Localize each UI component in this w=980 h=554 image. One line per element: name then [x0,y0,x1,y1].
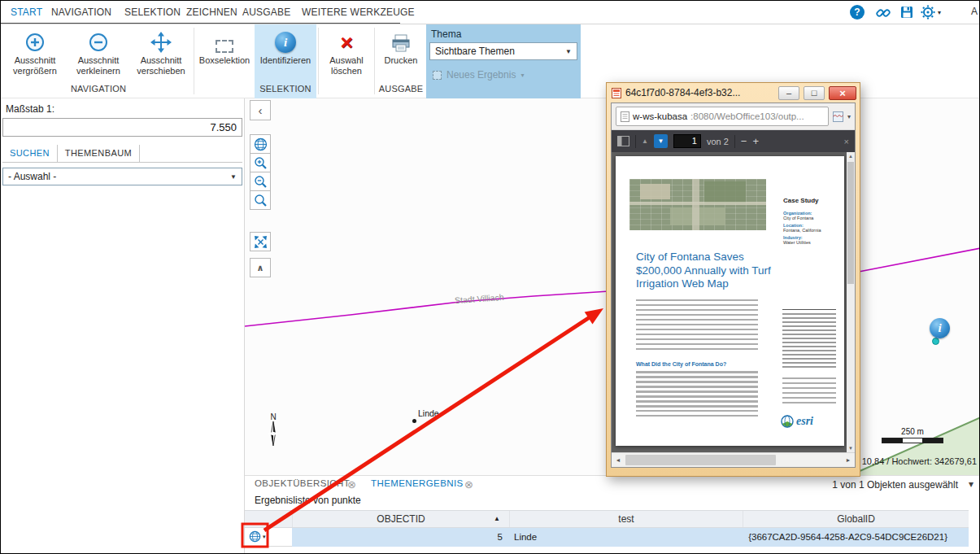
scroll-down-icon[interactable]: ▼ [847,446,855,451]
scroll-left-icon[interactable]: ◄ [612,457,625,463]
pdf-page-count: von 2 [707,137,729,146]
collapse-panel-button[interactable]: ‹ [250,100,271,120]
panel-collapse-icon[interactable]: ▾ [969,478,973,490]
horizontal-scroll-thumb[interactable] [625,455,776,465]
chevron-down-icon: ▾ [263,534,266,540]
case-study-title: City of Fontana Saves $200,000 Annually … [636,251,781,291]
tab-objektuebersicht[interactable]: OBJEKTÜBERSICHT [255,478,350,492]
minimize-button[interactable]: – [778,86,799,100]
horizontal-scroll-track[interactable] [625,453,842,467]
menu-tab-weitere-werkzeuge[interactable]: WEITERE WERKZEUGE [302,1,415,24]
vertical-scrollbar[interactable]: ▲ ▼ [847,152,855,452]
pdf-toolbar-close-icon[interactable]: × [844,137,849,146]
ribbon-separator [374,28,375,94]
pdf-next-page-button[interactable]: ▼ [654,134,668,148]
close-tab-icon[interactable]: ⊗ [464,478,473,491]
pdf-previous-page-button[interactable]: ▲ [642,137,648,145]
pdf-zoom-out-button[interactable]: − [741,135,747,147]
link-icon[interactable] [875,5,891,24]
column-header-test[interactable]: test [509,511,743,527]
pdf-page-input[interactable]: 1 [673,134,701,148]
identify-label: Identifizieren [255,55,316,66]
pdf-viewport: Case Study Organization: City of Fontana… [612,152,855,452]
zoom-in-extent-icon [4,26,66,55]
body-text-placeholder [636,371,758,418]
cell-globalid: {3667CA2D-9564-4258-A2C9-54DC9CE26D21} [743,528,969,547]
zoom-out-extent-button[interactable]: Ausschnitt verkleinern [68,26,129,83]
meta-value: Fontana, California [783,228,837,233]
tab-suchen[interactable]: SUCHEN [2,145,58,162]
map-full-extent-button[interactable] [250,232,271,251]
scroll-right-icon[interactable]: ► [842,457,855,463]
sidebar-toggle-icon[interactable] [617,136,629,146]
address-bar: w-ws-kubasa:8080/WebOffice103/outp... ▾ [612,103,855,130]
print-label: Drucken [377,55,425,66]
menu-tab-selektion[interactable]: SELEKTION [124,1,181,24]
popup-title-bar[interactable]: 64c1f7d0-8784-4ef3-b32... – □ × [607,83,860,103]
results-panel: OBJEKTÜBERSICHT ⊗ THEMENERGEBNIS ⊗ 1 von… [245,475,980,554]
box-selection-button[interactable]: Boxselektion [196,26,253,83]
address-host: w-ws-kubasa [633,111,687,121]
help-icon[interactable] [850,5,865,20]
vertical-scroll-thumb[interactable] [847,162,854,284]
box-selection-label: Boxselektion [196,55,253,66]
new-result-button[interactable]: Neues Ergebnis ▾ [433,69,524,81]
address-input[interactable]: w-ws-kubasa:8080/WebOffice103/outp... [616,107,829,126]
clear-selection-button[interactable]: × Auswahl löschen [320,26,373,83]
thema-panel: Thema Sichtbare Themen ▼ Neues Ergebnis … [426,24,581,98]
case-study-meta: Organization: City of Fontana Location: … [783,208,837,245]
pdf-toolbar: ▲ ▼ 1 von 2 − + × [612,130,855,152]
map-tool-overview-button[interactable] [250,134,271,154]
clear-selection-label: Auswahl löschen [320,55,373,76]
search-select[interactable]: - Auswahl - ▼ [2,168,242,185]
tab-themenbaum[interactable]: THEMENBAUM [58,145,140,162]
save-icon[interactable] [899,5,914,23]
column-header-globalid[interactable]: GlobalID [743,511,969,527]
identify-result-marker [930,318,950,338]
close-button[interactable]: × [829,86,856,100]
column-header-objectid[interactable]: OBJECTID [292,511,509,527]
pan-extent-button[interactable]: Ausschnitt verschieben [129,26,193,83]
printer-icon [377,26,425,55]
maximize-button[interactable]: □ [804,86,825,100]
browser-chrome: w-ws-kubasa:8080/WebOffice103/outp... ▾ … [611,103,856,468]
pan-extent-icon [129,26,193,55]
meta-value: City of Fontana [783,216,837,220]
menu-tab-navigation[interactable]: NAVIGATION [51,1,111,24]
pdf-zoom-in-button[interactable]: + [752,135,759,147]
ribbon-group-selektion: SELEKTION [255,84,316,94]
identify-info-icon [255,26,316,55]
horizontal-scrollbar[interactable]: ◄ ► [612,452,855,467]
menu-tab-start[interactable]: START [11,1,42,24]
boundary-line-right [859,248,980,272]
address-dropdown-icon[interactable]: ▾ [847,113,851,120]
menu-tab-ausgabe[interactable]: AUSGABE [242,1,290,24]
scroll-up-icon[interactable]: ▲ [847,154,855,159]
identify-button[interactable]: Identifizieren [255,26,316,83]
print-button[interactable]: Drucken [377,26,425,83]
result-list-title: Ergebnisliste von punkte [255,495,361,506]
map-zoom-window-button[interactable] [250,190,271,210]
map-zoom-out-button[interactable] [250,172,271,191]
left-panel-tabs: SUCHENTHEMENBAUM [2,145,242,163]
weboffice-app: START NAVIGATION SELEKTION ZEICHNEN AUSG… [0,0,980,554]
close-tab-icon[interactable]: ⊗ [347,478,356,491]
map-zoom-in-button[interactable] [250,153,271,172]
chevron-down-icon: ▼ [225,173,242,181]
magnifier-minus-icon [254,175,268,189]
esri-logo: esri [781,415,813,428]
sort-ascending-icon[interactable]: ▲ [494,511,500,527]
zoom-to-feature-button[interactable]: ▾ [249,530,266,543]
zoom-in-extent-button[interactable]: Ausschnitt vergrößern [4,26,66,83]
menu-tab-zeichnen[interactable]: ZEICHNEN [186,1,237,24]
thema-select[interactable]: Sichtbare Themen ▼ [429,42,577,60]
map-toolbar-collapse-button[interactable]: ∧ [250,258,271,277]
scale-input[interactable] [2,118,242,137]
settings-gear-icon[interactable]: ▾ [921,5,941,20]
down-arrow-icon: ▼ [657,137,664,145]
tab-themenergebnis[interactable]: THEMENERGEBNIS [371,478,464,492]
corner-cropped-text: A [971,6,978,17]
compatibility-icon[interactable] [833,111,843,122]
pdf-popup-window: 64c1f7d0-8784-4ef3-b32... – □ × w-ws-kub… [606,82,860,477]
table-row[interactable]: ▾ 5 Linde {3667CA2D-9564-4258-A2C9-54DC9… [245,528,969,547]
